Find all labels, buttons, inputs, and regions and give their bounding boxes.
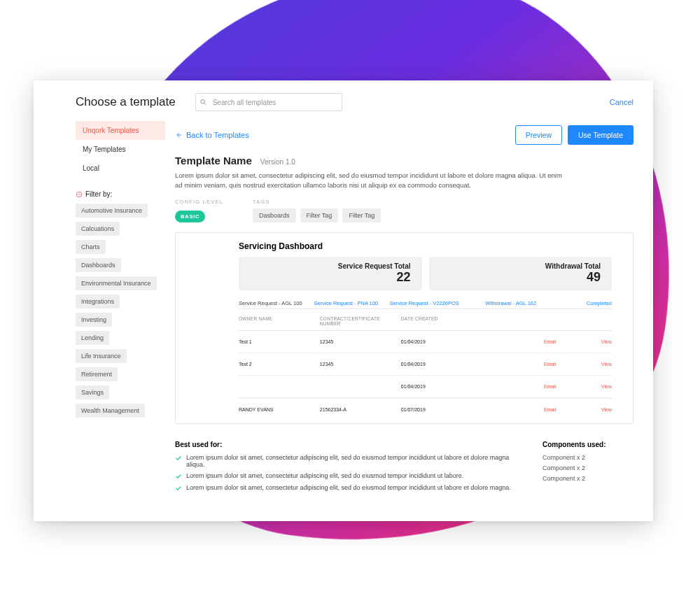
- arrow-left-icon: [175, 132, 182, 139]
- email-link[interactable]: Email: [482, 362, 564, 367]
- template-description: Lorem ipsum dolor sit amet, consectetur …: [175, 171, 567, 190]
- cell-contract: 12345: [320, 339, 401, 344]
- cell-owner: RANDY EVANS: [239, 407, 320, 412]
- search-input[interactable]: [195, 93, 342, 111]
- preview-tab-label: Service Request - V2226POS: [390, 300, 461, 306]
- filter-chip[interactable]: Lending: [76, 331, 109, 345]
- filter-by-text: Filter by:: [85, 190, 112, 198]
- view-link[interactable]: View: [563, 384, 612, 389]
- filter-by-label: Filter by:: [76, 190, 165, 198]
- filter-chip[interactable]: Charts: [76, 240, 106, 254]
- check-icon: [175, 485, 182, 492]
- preview-button[interactable]: Preview: [515, 125, 562, 145]
- filter-chip[interactable]: Savings: [76, 385, 109, 399]
- preview-table-head: OWNER NAME CONTRACT/CERTIFICATE NUMBER D…: [239, 309, 612, 331]
- tag-chip[interactable]: Filter Tag: [342, 208, 381, 222]
- list-item: Lorem ipsum dolor sit amet, consectetur …: [175, 472, 514, 480]
- search-wrap: [195, 93, 342, 111]
- cell-date: 01/07/2019: [401, 407, 482, 412]
- table-row: 01/04/2019 Email View: [239, 376, 612, 398]
- stat-withdrawal-total: Withdrawal Total 49: [429, 257, 612, 290]
- config-level-col: CONFIG LEVEL BASIC: [175, 199, 223, 222]
- best-item-text: Lorem ipsum dolor sit amet, consectetur …: [186, 484, 511, 491]
- table-row: Test 2 12345 01/04/2019 Email View: [239, 353, 612, 376]
- use-template-button[interactable]: Use Template: [568, 125, 634, 145]
- cell-date: 01/04/2019: [401, 384, 482, 389]
- config-level-label: CONFIG LEVEL: [175, 199, 223, 205]
- table-row: RANDY EVANS 21562334-A 01/07/2019 Email …: [239, 398, 612, 420]
- table-row: Test 1 12345 01/04/2019 Email View: [239, 331, 612, 353]
- filter-chip[interactable]: Automotive Insurance: [76, 204, 148, 218]
- tags-col: TAGS Dasboards Filter Tag Filter Tag: [253, 199, 381, 222]
- components-used: Components used: Component x 2 Component…: [542, 441, 634, 496]
- component-line: Component x 2: [542, 475, 634, 482]
- search-icon: [200, 99, 207, 106]
- top-bar: Choose a template Cancel: [34, 80, 653, 121]
- preview-title: Servicing Dashboard: [239, 241, 612, 251]
- filter-chip[interactable]: Investing: [76, 313, 112, 327]
- filter-chip[interactable]: Wealth Management: [76, 404, 145, 418]
- bottom-section: Best used for: Lorem ipsum dolor sit ame…: [175, 441, 634, 496]
- component-line: Component x 2: [542, 464, 634, 471]
- filter-chip[interactable]: Environmental Insurance: [76, 276, 157, 290]
- sidebar: Unqork Templates My Templates Local Filt…: [76, 121, 175, 521]
- page-title: Choose a template: [76, 95, 176, 109]
- cell-contract: 12345: [320, 362, 401, 367]
- view-link[interactable]: View: [563, 407, 612, 412]
- filter-chip[interactable]: Integrations: [76, 295, 120, 308]
- sidebar-tab-mytemplates[interactable]: My Templates: [76, 140, 165, 159]
- meta-row: CONFIG LEVEL BASIC TAGS Dasboards Filter…: [175, 199, 634, 222]
- preview-tab[interactable]: Completed: [540, 300, 612, 306]
- list-item: Lorem ipsum dolor sit amet, consectetur …: [175, 484, 514, 492]
- email-link[interactable]: Email: [482, 339, 564, 344]
- sidebar-tab-local[interactable]: Local: [76, 159, 165, 178]
- tag-chip[interactable]: Dasboards: [253, 208, 296, 222]
- view-link[interactable]: View: [563, 362, 612, 367]
- template-title-row: Template Name Version 1.0: [175, 155, 634, 166]
- filter-icon: [76, 191, 83, 198]
- cell-owner: Test 1: [239, 339, 320, 344]
- tag-chip-list: Dasboards Filter Tag Filter Tag: [253, 208, 381, 222]
- best-used-for: Best used for: Lorem ipsum dolor sit ame…: [175, 441, 514, 496]
- email-link[interactable]: Email: [482, 384, 564, 389]
- preview-tab[interactable]: Service Request - PNA 100: [314, 300, 386, 306]
- best-item-text: Lorem ipsum dolor sit amet, consectetur …: [186, 454, 514, 468]
- check-icon: [175, 473, 182, 480]
- filter-chip[interactable]: Retirement: [76, 367, 118, 381]
- sidebar-tab-list: Unqork Templates My Templates Local: [76, 121, 165, 178]
- cancel-link[interactable]: Cancel: [610, 98, 634, 106]
- tags-label: TAGS: [253, 199, 381, 205]
- filter-chip[interactable]: Life Insurance: [76, 349, 127, 363]
- cell-contract: 21562334-A: [320, 407, 401, 412]
- back-link-label: Back to Templates: [186, 131, 249, 139]
- preview-tab[interactable]: Service Request - V2226POS: [390, 300, 461, 306]
- main-column: Back to Templates Preview Use Template T…: [175, 121, 634, 521]
- components-title: Components used:: [542, 441, 634, 448]
- preview-tab[interactable]: Withdrawal - AGL 162: [465, 300, 536, 306]
- template-picker-panel: Choose a template Cancel Unqork Template…: [34, 80, 653, 521]
- filter-chip[interactable]: Dashboards: [76, 258, 121, 272]
- component-line: Component x 2: [542, 454, 634, 461]
- template-name: Template Name: [175, 155, 252, 166]
- col-date: DATE CREATED: [401, 316, 482, 326]
- cell-date: 01/04/2019: [401, 339, 482, 344]
- stat-value: 22: [250, 270, 411, 285]
- back-to-templates-link[interactable]: Back to Templates: [175, 131, 249, 139]
- preview-tabs: Service Request - AGL 100 Service Reques…: [239, 300, 612, 309]
- stat-value: 49: [440, 270, 601, 285]
- col-contract: CONTRACT/CERTIFICATE NUMBER: [320, 316, 401, 326]
- sidebar-tab-unqork[interactable]: Unqork Templates: [76, 121, 165, 140]
- stat-service-request-total: Service Request Total 22: [239, 257, 422, 290]
- col-owner: OWNER NAME: [239, 316, 320, 326]
- preview-tab[interactable]: Service Request - AGL 100: [239, 300, 310, 306]
- header-actions: Preview Use Template: [515, 125, 634, 145]
- best-list: Lorem ipsum dolor sit amet, consectetur …: [175, 454, 514, 492]
- email-link[interactable]: Email: [482, 407, 564, 412]
- view-link[interactable]: View: [563, 339, 612, 344]
- cell-date: 01/04/2019: [401, 362, 482, 367]
- tag-chip[interactable]: Filter Tag: [300, 208, 339, 222]
- stat-label: Withdrawal Total: [440, 262, 601, 270]
- main-header: Back to Templates Preview Use Template: [175, 121, 634, 152]
- filter-chip[interactable]: Calcuations: [76, 222, 120, 236]
- filter-chip-list: Automotive Insurance Calcuations Charts …: [76, 204, 165, 418]
